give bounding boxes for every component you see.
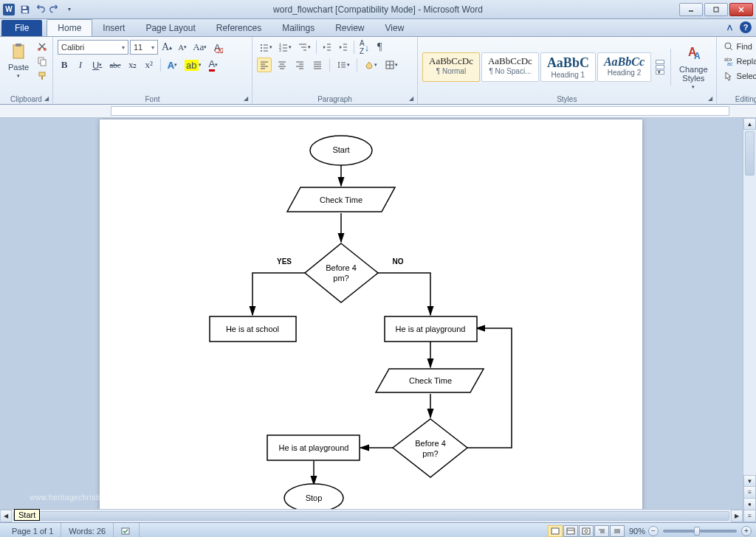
- grow-font-button[interactable]: A▴: [159, 40, 174, 55]
- numbering-button[interactable]: 123▾: [276, 40, 294, 55]
- line-spacing-button[interactable]: ▾: [334, 58, 352, 72]
- tab-file[interactable]: File: [1, 20, 42, 36]
- minimize-ribbon-button[interactable]: ᐱ: [724, 21, 735, 33]
- change-styles-button[interactable]: AA Change Styles▾: [676, 42, 712, 92]
- svg-text:He is at playground: He is at playground: [396, 325, 466, 333]
- font-name-combo[interactable]: Calibri▾: [58, 40, 128, 55]
- clipboard-dialog-launcher[interactable]: ◢: [42, 94, 51, 103]
- styles-gallery-more[interactable]: ▾: [654, 58, 666, 76]
- tab-review[interactable]: Review: [325, 20, 374, 36]
- browse-prev-button[interactable]: ≡: [743, 487, 756, 499]
- svg-text:A: A: [694, 51, 701, 61]
- qat-customize-button[interactable]: ▾: [62, 2, 77, 17]
- zoom-slider-thumb[interactable]: [694, 527, 700, 536]
- paste-button[interactable]: Paste ▾: [4, 40, 32, 81]
- close-button[interactable]: [729, 3, 753, 16]
- horizontal-scrollbar[interactable]: ◀ ▶: [0, 509, 743, 522]
- style---normal[interactable]: AaBbCcDc¶ Normal: [422, 52, 480, 82]
- styles-dialog-launcher[interactable]: ◢: [706, 94, 715, 103]
- view-web-layout[interactable]: [579, 525, 594, 537]
- svg-rect-1: [23, 10, 28, 13]
- bold-button[interactable]: B: [58, 58, 71, 72]
- borders-button[interactable]: ▾: [382, 58, 400, 72]
- scroll-down-button[interactable]: ▼: [743, 475, 756, 487]
- zoom-out-button[interactable]: −: [648, 526, 659, 536]
- highlight-button[interactable]: ab▾: [182, 58, 203, 72]
- align-right-button[interactable]: [292, 58, 307, 72]
- underline-button[interactable]: U▾: [90, 58, 104, 72]
- document-page[interactable]: Start Check Time Before 4 pm? YES NO He …: [100, 119, 642, 522]
- strikethrough-button[interactable]: abc: [107, 58, 123, 72]
- font-size-combo[interactable]: 11▾: [130, 40, 158, 55]
- text-effects-button[interactable]: A▾: [165, 58, 179, 72]
- bullets-button[interactable]: ▾: [257, 40, 275, 55]
- tab-mailings[interactable]: Mailings: [272, 20, 325, 36]
- decrease-indent-button[interactable]: [320, 40, 334, 55]
- qat-save-button[interactable]: [18, 2, 32, 17]
- view-outline[interactable]: [594, 525, 609, 537]
- view-draft[interactable]: [610, 525, 625, 537]
- increase-indent-button[interactable]: [336, 40, 351, 55]
- justify-button[interactable]: [310, 58, 325, 72]
- font-dialog-launcher[interactable]: ◢: [241, 94, 250, 103]
- horizontal-scroll-thumb[interactable]: [13, 511, 729, 521]
- minimize-button[interactable]: [679, 3, 703, 16]
- select-browse-object-button[interactable]: ●: [743, 499, 756, 510]
- status-proofing[interactable]: [114, 523, 140, 537]
- svg-rect-90: [551, 528, 559, 534]
- show-paragraph-marks-button[interactable]: ¶: [373, 40, 386, 55]
- cut-button[interactable]: [35, 40, 49, 53]
- scroll-up-button[interactable]: ▲: [743, 118, 756, 130]
- zoom-in-button[interactable]: +: [741, 526, 752, 536]
- window-title: word_flowchart [Compatibility Mode] - Mi…: [273, 4, 483, 15]
- tab-insert[interactable]: Insert: [92, 20, 135, 36]
- style-heading-1[interactable]: AaBbCHeading 1: [540, 52, 596, 82]
- italic-button[interactable]: I: [74, 58, 87, 72]
- tab-view[interactable]: View: [375, 20, 415, 36]
- browse-next-button[interactable]: ≡: [743, 510, 756, 522]
- format-painter-button[interactable]: [35, 69, 49, 83]
- qat-undo-button[interactable]: [32, 2, 47, 17]
- change-case-button[interactable]: Aa▾: [190, 40, 209, 55]
- tab-references[interactable]: References: [206, 20, 272, 36]
- tab-home[interactable]: Home: [47, 19, 92, 36]
- select-button[interactable]: Select▾: [721, 69, 756, 83]
- scroll-right-button[interactable]: ▶: [731, 510, 743, 522]
- scroll-left-button[interactable]: ◀: [0, 510, 12, 522]
- help-button[interactable]: ?: [740, 21, 752, 33]
- view-full-screen[interactable]: [563, 525, 578, 537]
- clear-formatting-button[interactable]: A⌫: [210, 40, 224, 55]
- svg-rect-9: [41, 60, 46, 66]
- tab-page-layout[interactable]: Page Layout: [135, 20, 205, 36]
- style-heading-2[interactable]: AaBbCcHeading 2: [597, 52, 651, 82]
- zoom-slider[interactable]: [663, 530, 737, 533]
- maximize-button[interactable]: [704, 3, 728, 16]
- multilevel-list-button[interactable]: ▾: [295, 40, 313, 55]
- sort-button[interactable]: AZ↓: [357, 40, 371, 55]
- find-button[interactable]: Find▾: [721, 40, 756, 53]
- status-bar: Page 1 of 1 Words: 26 90% − +: [0, 522, 756, 537]
- font-color-button[interactable]: A▾: [207, 58, 221, 72]
- zoom-level[interactable]: 90%: [629, 527, 645, 536]
- view-print-layout[interactable]: [548, 525, 563, 537]
- horizontal-ruler[interactable]: [0, 105, 756, 118]
- svg-rect-3: [714, 7, 718, 12]
- copy-button[interactable]: [35, 55, 49, 68]
- status-words[interactable]: Words: 26: [61, 523, 114, 537]
- subscript-button[interactable]: x₂: [126, 58, 140, 72]
- replace-button[interactable]: abacReplace: [721, 55, 756, 68]
- vertical-scrollbar[interactable]: ▲ ▼ ≡ ● ≡: [743, 118, 756, 522]
- shrink-font-button[interactable]: A▾: [176, 40, 189, 55]
- svg-text:pm?: pm?: [422, 449, 438, 458]
- shading-button[interactable]: ▾: [362, 58, 379, 72]
- paragraph-dialog-launcher[interactable]: ◢: [407, 94, 416, 103]
- status-page[interactable]: Page 1 of 1: [4, 523, 61, 537]
- align-center-button[interactable]: [275, 58, 289, 72]
- align-left-button[interactable]: [257, 58, 272, 72]
- style---no-spaci---[interactable]: AaBbCcDc¶ No Spaci...: [481, 52, 539, 82]
- svg-text:Stop: Stop: [306, 493, 323, 502]
- superscript-button[interactable]: x²: [142, 58, 156, 72]
- qat-redo-button[interactable]: [47, 2, 62, 17]
- vertical-scroll-thumb[interactable]: [745, 131, 755, 176]
- svg-rect-93: [583, 528, 590, 534]
